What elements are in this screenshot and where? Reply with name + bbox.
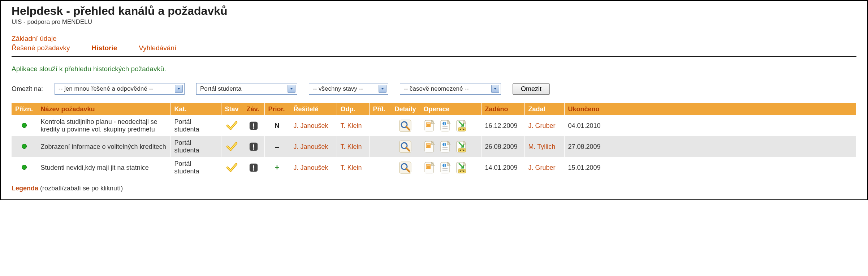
severity-icon <box>249 142 258 151</box>
check-icon <box>226 141 238 153</box>
cell-nazev: Zobrazení informace o volitelných kredit… <box>37 136 170 157</box>
chevron-down-icon <box>288 85 295 93</box>
cell-odp[interactable]: T. Klein <box>337 157 369 178</box>
status-dot-icon <box>22 144 27 149</box>
magnify-icon[interactable] <box>399 141 411 153</box>
nav-search[interactable]: Vyhledávání <box>139 44 176 52</box>
cell-zadano: 26.08.2009 <box>481 136 524 157</box>
cell-odp[interactable]: T. Klein <box>337 115 369 136</box>
priority-value: N <box>275 122 280 129</box>
check-icon <box>226 161 238 174</box>
th-prizn[interactable]: Přízn. <box>12 103 37 115</box>
status-dot-icon <box>22 123 27 128</box>
filter-select-scope-value: -- jen mnou řešené a odpovědné -- <box>59 85 153 92</box>
priority-dash-icon: – <box>275 142 279 151</box>
page-description: Aplikace slouží k přehledu historických … <box>12 65 856 73</box>
op-detail-icon[interactable] <box>440 120 452 132</box>
filter-select-time-value: -- časově neomezené -- <box>404 85 469 92</box>
op-history-icon[interactable] <box>424 120 436 132</box>
th-ukonceno[interactable]: Ukončeno <box>564 103 856 115</box>
cell-pril <box>369 115 391 136</box>
th-kat[interactable]: Kat. <box>170 103 221 115</box>
severity-icon <box>249 163 258 172</box>
chevron-down-icon <box>175 85 183 93</box>
legend-hint: (rozbalí/zabalí se po kliknutí) <box>38 185 123 192</box>
th-detaily[interactable]: Detaily <box>391 103 420 115</box>
requests-table: Přízn. Název požadavku Kat. Stav Záv. Pr… <box>12 103 856 178</box>
filter-select-category-value: Portál studenta <box>200 85 241 92</box>
cell-zadal[interactable]: M. Tyllich <box>524 136 564 157</box>
th-odp[interactable]: Odp. <box>337 103 369 115</box>
nav: Základní údaje Řešené požadavky Historie… <box>12 35 856 52</box>
filter-bar: Omezit na: -- jen mnou řešené a odpovědn… <box>12 83 856 95</box>
page-subtitle: UIS - podpora pro MENDELU <box>12 18 856 28</box>
cell-zadal[interactable]: J. Gruber <box>524 115 564 136</box>
table-row: Kontrola studijniho planu - neodecitaji … <box>12 115 856 136</box>
cell-pril <box>369 157 391 178</box>
cell-ukonceno: 04.01.2010 <box>564 115 856 136</box>
cell-zadano: 16.12.2009 <box>481 115 524 136</box>
check-icon <box>226 120 238 132</box>
filter-select-state-value: -- všechny stavy -- <box>313 85 363 92</box>
filter-select-state[interactable]: -- všechny stavy -- <box>309 83 388 95</box>
th-stav[interactable]: Stav <box>221 103 243 115</box>
cell-ukonceno: 27.08.2009 <box>564 136 856 157</box>
cell-zadano: 14.01.2009 <box>481 157 524 178</box>
th-pril[interactable]: Příl. <box>369 103 391 115</box>
page-title: Helpdesk - přehled kanálů a požadavků <box>12 4 856 18</box>
cell-pril <box>369 136 391 157</box>
cell-ukonceno: 15.01.2009 <box>564 157 856 178</box>
op-rtf-icon[interactable] <box>455 161 468 174</box>
filter-select-time[interactable]: -- časově neomezené -- <box>400 83 501 95</box>
th-nazev[interactable]: Název požadavku <box>37 103 170 115</box>
priority-plus-icon: + <box>275 163 280 172</box>
th-zadal[interactable]: Zadal <box>524 103 564 115</box>
op-detail-icon[interactable] <box>440 141 452 153</box>
legend-toggle[interactable]: Legenda (rozbalí/zabalí se po kliknutí) <box>12 185 856 192</box>
cell-nazev: Kontrola studijniho planu - neodecitaji … <box>37 115 170 136</box>
cell-resitele[interactable]: J. Janoušek <box>290 157 337 178</box>
op-rtf-icon[interactable] <box>455 120 468 132</box>
table-row: Studenti nevidi,kdy maji jit na statnice… <box>12 157 856 178</box>
filter-label: Omezit na: <box>12 85 43 93</box>
th-zav[interactable]: Záv. <box>243 103 264 115</box>
cell-resitele[interactable]: J. Janoušek <box>290 115 337 136</box>
op-rtf-icon[interactable] <box>455 141 468 153</box>
th-zadano[interactable]: Zadáno <box>481 103 524 115</box>
divider <box>12 56 856 57</box>
th-prior[interactable]: Prior. <box>264 103 290 115</box>
th-operace[interactable]: Operace <box>420 103 481 115</box>
magnify-icon[interactable] <box>399 161 411 174</box>
nav-history[interactable]: Historie <box>92 44 117 52</box>
legend-label: Legenda <box>12 185 38 192</box>
cell-kat: Portál studenta <box>170 115 221 136</box>
op-detail-icon[interactable] <box>440 161 452 174</box>
status-dot-icon <box>22 165 27 170</box>
th-resitele[interactable]: Řešitelé <box>290 103 337 115</box>
filter-select-category[interactable]: Portál studenta <box>196 83 297 95</box>
severity-icon <box>249 121 258 130</box>
op-history-icon[interactable] <box>424 161 436 174</box>
cell-kat: Portál studenta <box>170 136 221 157</box>
cell-odp[interactable]: T. Klein <box>337 136 369 157</box>
cell-resitele[interactable]: J. Janoušek <box>290 136 337 157</box>
table-row: Zobrazení informace o volitelných kredit… <box>12 136 856 157</box>
filter-submit-button[interactable]: Omezit <box>513 83 550 95</box>
chevron-down-icon <box>491 85 499 93</box>
cell-zadal[interactable]: J. Gruber <box>524 157 564 178</box>
nav-resolved[interactable]: Řešené požadavky <box>12 44 70 52</box>
op-history-icon[interactable] <box>424 141 436 153</box>
magnify-icon[interactable] <box>399 120 411 132</box>
nav-basic-info[interactable]: Základní údaje <box>12 35 57 43</box>
chevron-down-icon <box>379 85 387 93</box>
cell-nazev: Studenti nevidi,kdy maji jit na statnice <box>37 157 170 178</box>
filter-select-scope[interactable]: -- jen mnou řešené a odpovědné -- <box>55 83 185 95</box>
cell-kat: Portál studenta <box>170 157 221 178</box>
